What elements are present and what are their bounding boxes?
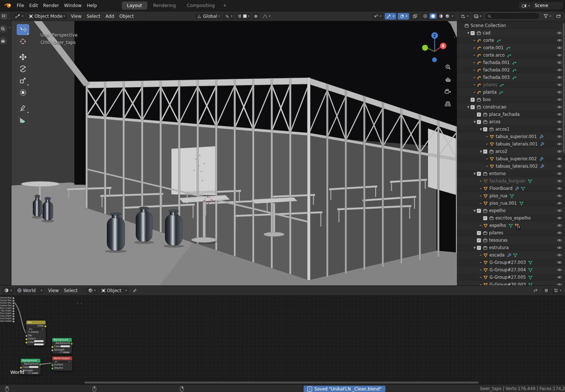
outliner-row[interactable]: ►planta bbox=[457, 88, 565, 96]
mix-clamp-checkbox[interactable]: Clamp bbox=[26, 331, 46, 334]
exclude-checkbox[interactable]: ✓ bbox=[477, 246, 481, 250]
measure-tool[interactable] bbox=[17, 114, 29, 125]
gizmos-toggle-dropdown[interactable]: ▾ bbox=[385, 13, 396, 20]
exclude-checkbox[interactable]: ✓ bbox=[471, 31, 475, 35]
outliner-row[interactable]: ▼✓construcao bbox=[457, 103, 565, 111]
interaction-mode-icon-button[interactable]: ▾ bbox=[13, 13, 25, 20]
eye-icon[interactable] bbox=[557, 134, 562, 139]
editor-type-icon-button[interactable]: ▾ bbox=[2, 287, 14, 294]
blender-logo-icon[interactable] bbox=[4, 3, 12, 8]
eye-icon[interactable] bbox=[557, 238, 562, 243]
eye-icon[interactable] bbox=[557, 38, 562, 43]
outliner-row[interactable]: ▼✓arcos1 bbox=[457, 125, 565, 133]
xray-toggle-button[interactable] bbox=[411, 13, 419, 20]
eye-icon[interactable] bbox=[557, 252, 562, 258]
editor-type-icon[interactable] bbox=[1, 14, 7, 19]
eye-icon[interactable] bbox=[557, 164, 562, 169]
snap-magnet-button[interactable]: ▾ bbox=[235, 13, 251, 20]
expand-arrow-icon[interactable]: ▼ bbox=[479, 128, 483, 131]
eye-icon[interactable] bbox=[557, 156, 562, 161]
eye-icon[interactable] bbox=[557, 208, 562, 213]
outliner-row[interactable]: ▼✓cad bbox=[457, 29, 565, 37]
pan-hand-icon[interactable] bbox=[0, 37, 7, 45]
viewport-menu-object[interactable]: Object bbox=[117, 13, 136, 20]
viewport-canvas[interactable]: User Perspective (200) beer_taps Z X ‹ bbox=[11, 21, 457, 285]
zoom-icon[interactable] bbox=[444, 63, 452, 71]
shader-menu-select[interactable]: Select bbox=[61, 287, 80, 294]
eye-icon[interactable] bbox=[557, 75, 562, 80]
outliner-row[interactable]: ►fachada_burguer bbox=[457, 177, 565, 185]
transform-tool[interactable] bbox=[17, 87, 29, 98]
outliner-row[interactable]: ▼✓entorno bbox=[457, 170, 565, 177]
outliner-search-input[interactable] bbox=[485, 13, 540, 20]
outliner-row[interactable]: ►fachada.002 bbox=[457, 66, 565, 74]
outliner-row[interactable]: ►fachada.001 bbox=[457, 59, 565, 66]
exclude-checkbox[interactable]: ✓ bbox=[483, 150, 487, 154]
outliner-scrollbar[interactable] bbox=[563, 23, 565, 153]
menu-edit[interactable]: Edit bbox=[27, 2, 40, 9]
eye-icon[interactable] bbox=[557, 97, 562, 102]
background-node-1[interactable]: Background Background Color Strength4.00… bbox=[52, 338, 72, 354]
outliner-row[interactable]: ►corte.arco bbox=[457, 51, 565, 59]
scene-name-field[interactable]: Scene bbox=[532, 2, 563, 9]
world-id-dropdown[interactable]: World ▾ bbox=[15, 287, 44, 294]
outliner-row[interactable]: ►corte bbox=[457, 37, 565, 44]
outliner-row[interactable]: ▼✓arcos bbox=[457, 118, 565, 125]
select-box-tool[interactable] bbox=[17, 24, 29, 35]
proportional-editing-button[interactable] bbox=[253, 13, 259, 20]
transform-orientation-dropdown[interactable]: Global ▾ bbox=[195, 13, 221, 20]
outliner-row[interactable]: Scene Collection bbox=[457, 22, 565, 29]
cursor-tool[interactable] bbox=[17, 36, 29, 47]
workspace-tab-compositing[interactable]: Compositing bbox=[182, 1, 220, 10]
display-mode-dropdown[interactable]: ▾ bbox=[459, 13, 470, 20]
node-snap-magnet-button[interactable] bbox=[542, 287, 551, 294]
outliner-row[interactable]: ✓placa_fachada bbox=[457, 111, 565, 118]
exclude-checkbox[interactable]: ✓ bbox=[477, 172, 481, 176]
eye-icon[interactable] bbox=[557, 67, 562, 73]
pan-hand-icon[interactable] bbox=[444, 75, 452, 84]
outliner-row[interactable]: ►G-Group#27.003 bbox=[457, 259, 565, 266]
exclude-checkbox[interactable]: ✓ bbox=[477, 113, 481, 117]
outliner-row[interactable]: ✓boo bbox=[457, 96, 565, 103]
eye-icon[interactable] bbox=[557, 215, 562, 221]
eye-icon[interactable] bbox=[557, 245, 562, 250]
annotate-tool[interactable] bbox=[17, 103, 29, 114]
outliner-row[interactable]: ▼✓arco2 bbox=[457, 148, 565, 155]
outliner-row[interactable]: ►tabuas_laterais.002 bbox=[457, 163, 565, 170]
gizmo-y-axis[interactable] bbox=[422, 45, 428, 51]
eye-icon[interactable] bbox=[557, 112, 562, 117]
viewport-3d[interactable]: ▾ Object Mode ▾ ViewSelectAddObject Glob… bbox=[11, 11, 457, 285]
shader-menu-view[interactable]: View bbox=[46, 287, 61, 294]
eye-icon[interactable] bbox=[557, 230, 562, 235]
exclude-checkbox[interactable]: ✓ bbox=[477, 209, 481, 213]
expand-arrow-icon[interactable]: ▼ bbox=[472, 246, 477, 249]
camera-view-icon[interactable] bbox=[444, 87, 452, 96]
outliner-row[interactable]: ►fachada.003 bbox=[457, 74, 565, 81]
eye-icon[interactable] bbox=[557, 193, 562, 198]
expand-arrow-icon[interactable]: ▼ bbox=[466, 105, 471, 109]
region-split-arrows[interactable]: ‹ › bbox=[77, 301, 83, 305]
add-workspace-button[interactable]: + bbox=[220, 1, 230, 10]
mix-blend-dropdown[interactable]: Mix▾ bbox=[28, 328, 44, 330]
eye-icon[interactable] bbox=[557, 171, 562, 176]
eye-icon[interactable] bbox=[557, 30, 562, 36]
eye-icon[interactable] bbox=[557, 201, 562, 206]
workspace-tab-rendering[interactable]: Rendering bbox=[148, 1, 181, 10]
outliner-row[interactable]: ►G-Group#27.004 bbox=[457, 266, 565, 274]
outliner-row[interactable]: ►piso_rua bbox=[457, 192, 565, 200]
outliner-row[interactable]: ►G-Group#27.005 bbox=[457, 274, 565, 281]
eye-icon[interactable] bbox=[557, 53, 562, 58]
outliner-row[interactable]: ►tabua_superior.002 bbox=[457, 155, 565, 163]
exclude-checkbox[interactable]: ✓ bbox=[477, 238, 481, 242]
rotate-tool[interactable] bbox=[17, 63, 29, 74]
eye-icon[interactable] bbox=[557, 282, 562, 285]
outliner-row[interactable]: ✓pilares bbox=[457, 229, 565, 237]
gizmo-z-axis[interactable]: Z bbox=[431, 32, 438, 39]
expand-arrow-icon[interactable]: ▼ bbox=[466, 31, 471, 35]
eye-icon[interactable] bbox=[557, 45, 562, 50]
light-path-node[interactable]: Is Camera RayIs Singular RayIs Reflectio… bbox=[0, 296, 14, 323]
object-mode-dropdown[interactable]: Object Mode ▾ bbox=[27, 13, 67, 20]
eye-icon[interactable] bbox=[557, 149, 562, 154]
node-snap-target-dropdown[interactable]: ▾ bbox=[552, 287, 563, 294]
show-object-types-dropdown[interactable]: ▾ bbox=[372, 13, 383, 20]
